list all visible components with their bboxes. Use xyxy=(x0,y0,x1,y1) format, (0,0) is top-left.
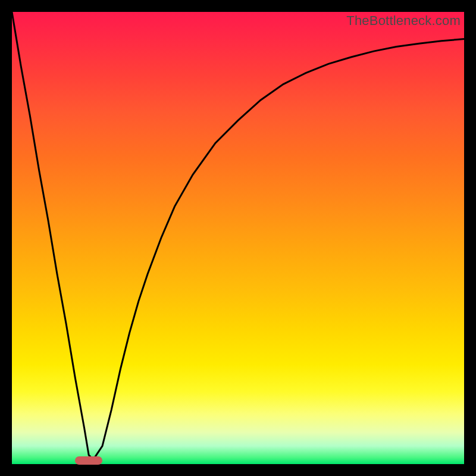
optimal-range-marker xyxy=(75,456,102,465)
curve-path xyxy=(12,12,464,459)
bottleneck-curve xyxy=(12,12,464,464)
chart-frame: TheBottleneck.com xyxy=(0,0,476,476)
plot-area: TheBottleneck.com xyxy=(12,12,464,464)
